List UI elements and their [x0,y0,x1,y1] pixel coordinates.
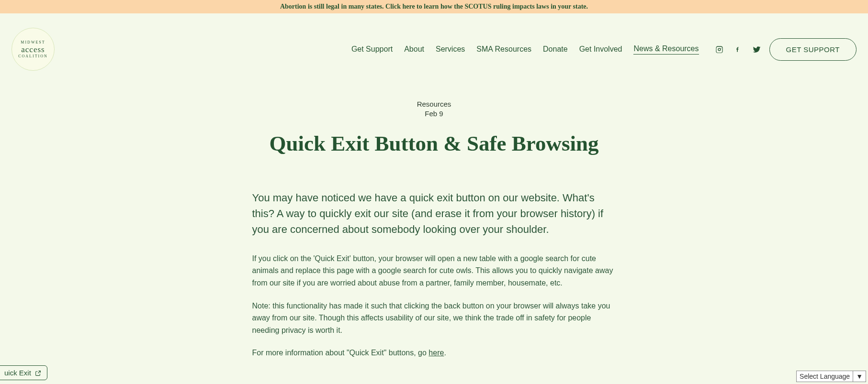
social-links [715,45,761,54]
body-paragraph-3: For more information about "Quick Exit" … [252,347,616,359]
article-date: Feb 9 [252,109,616,119]
nav-donate[interactable]: Donate [543,45,568,54]
page-title: Quick Exit Button & Safe Browsing [252,132,616,156]
logo-line1: MIDWEST [21,41,45,44]
nav-news-resources[interactable]: News & Resources [633,44,699,55]
logo-line2: access [21,45,45,54]
twitter-icon[interactable] [753,45,761,54]
body-paragraph-1: If you click on the 'Quick Exit' button,… [252,252,616,289]
body-paragraph-2: Note: this functionality has made it suc… [252,300,616,337]
main-nav: Get Support About Services SMA Resources… [351,44,761,55]
logo-line3: COALITION [18,55,48,58]
language-label: Select Language [797,371,853,382]
external-link-icon [35,370,41,376]
lead-paragraph: You may have noticed we have a quick exi… [252,190,616,237]
instagram-icon[interactable] [715,45,723,54]
announcement-banner[interactable]: Abortion is still legal in many states. … [0,0,868,13]
p3-prefix: For more information about "Quick Exit" … [252,349,429,357]
site-logo[interactable]: MIDWEST access COALITION [11,28,55,71]
article-main: Resources Feb 9 Quick Exit Button & Safe… [252,99,616,359]
banner-text: Abortion is still legal in many states. … [280,3,588,10]
language-selector[interactable]: Select Language ▼ [796,371,866,382]
p3-suffix: . [444,349,446,357]
article-category: Resources [252,99,616,109]
nav-about[interactable]: About [404,45,424,54]
chevron-down-icon: ▼ [853,371,866,382]
facebook-icon[interactable] [734,45,742,54]
article-content: You may have noticed we have a quick exi… [252,190,616,359]
site-header: MIDWEST access COALITION Get Support Abo… [0,13,868,71]
here-link[interactable]: here [428,349,444,357]
nav-services[interactable]: Services [436,45,465,54]
logo-container: MIDWEST access COALITION [11,28,55,71]
quick-exit-button[interactable]: uick Exit [0,365,47,380]
article-meta: Resources Feb 9 [252,99,616,118]
nav-sma-resources[interactable]: SMA Resources [476,45,531,54]
nav-get-involved[interactable]: Get Involved [579,45,622,54]
quick-exit-label: uick Exit [4,369,31,377]
get-support-button[interactable]: GET SUPPORT [769,38,857,61]
nav-get-support[interactable]: Get Support [351,45,393,54]
